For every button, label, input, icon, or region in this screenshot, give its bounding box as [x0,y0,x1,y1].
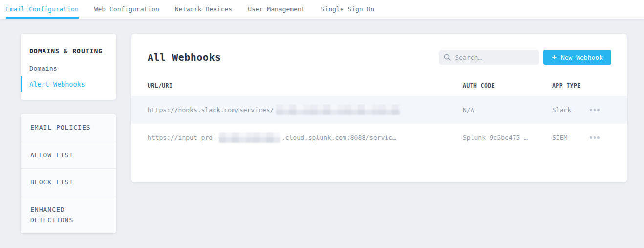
page-body: DOMAINS & ROUTING Domains Alert Webhooks… [0,19,644,233]
sidebar-item-enhanced-detections[interactable]: ENHANCED DETECTIONS [21,196,116,233]
column-header-app-type: APP TYPE [552,82,589,89]
redacted-url-segment [276,104,400,115]
app-type-cell: Slack [552,106,589,113]
ellipsis-icon [590,136,592,139]
table-header-row: URL/URI AUTH CODE APP TYPE [131,65,627,96]
search-box [439,50,539,65]
tab-single-sign-on[interactable]: Single Sign On [321,0,375,19]
webhook-url-cell: https://input-prd-.cloud.splunk.com:8088… [148,132,463,144]
sidebar-header-domains-routing: DOMAINS & ROUTING [21,41,116,61]
column-header-url: URL/URI [148,82,463,89]
auth-code-cell: Splunk 9c5bc475-… [463,134,552,141]
webhook-url-suffix: .cloud.splunk.com:8088/servic… [281,134,396,141]
sidebar-card-sections: EMAIL POLICIES ALLOW LIST BLOCK LIST ENH… [21,114,116,233]
tab-network-devices[interactable]: Network Devices [175,0,232,19]
webhook-url-text: https://input-prd- [148,134,216,141]
top-nav: Email Configuration Web Configuration Ne… [0,0,644,19]
app-type-cell: SIEM [552,134,589,141]
new-webhook-button[interactable]: + New Webhook [543,50,611,65]
sidebar-item-domains[interactable]: Domains [21,61,116,76]
table-row: https://input-prd-.cloud.splunk.com:8088… [131,124,627,152]
redacted-url-segment [219,132,280,143]
ellipsis-icon [590,109,592,111]
new-webhook-button-label: New Webhook [561,54,603,61]
webhook-url-cell: https://hooks.slack.com/services/ [148,104,463,116]
search-icon [444,54,451,61]
row-actions-menu-button[interactable] [589,106,601,114]
sidebar-item-allow-list[interactable]: ALLOW LIST [21,141,116,168]
row-actions-menu-button[interactable] [589,134,601,142]
sidebar-item-email-policies[interactable]: EMAIL POLICIES [21,114,116,141]
webhook-url-text: https://hooks.slack.com/services/ [148,106,274,113]
page-title: All Webhooks [148,51,221,63]
panel-header: All Webhooks + New Webhook [131,34,627,65]
search-input[interactable] [455,54,535,61]
table-row: https://hooks.slack.com/services/ N/A Sl… [131,96,627,124]
sidebar: DOMAINS & ROUTING Domains Alert Webhooks… [21,34,116,233]
tab-web-configuration[interactable]: Web Configuration [94,0,159,19]
sidebar-item-alert-webhooks[interactable]: Alert Webhooks [21,76,116,92]
tab-email-configuration[interactable]: Email Configuration [6,0,79,19]
sidebar-item-block-list[interactable]: BLOCK LIST [21,168,116,196]
webhooks-panel: All Webhooks + New Webhook URL/URI AUTH … [131,34,627,182]
auth-code-cell: N/A [463,106,552,113]
column-header-auth-code: AUTH CODE [463,82,552,89]
tab-user-management[interactable]: User Management [248,0,305,19]
plus-icon: + [552,53,557,61]
sidebar-card-domains-routing: DOMAINS & ROUTING Domains Alert Webhooks [21,34,116,100]
